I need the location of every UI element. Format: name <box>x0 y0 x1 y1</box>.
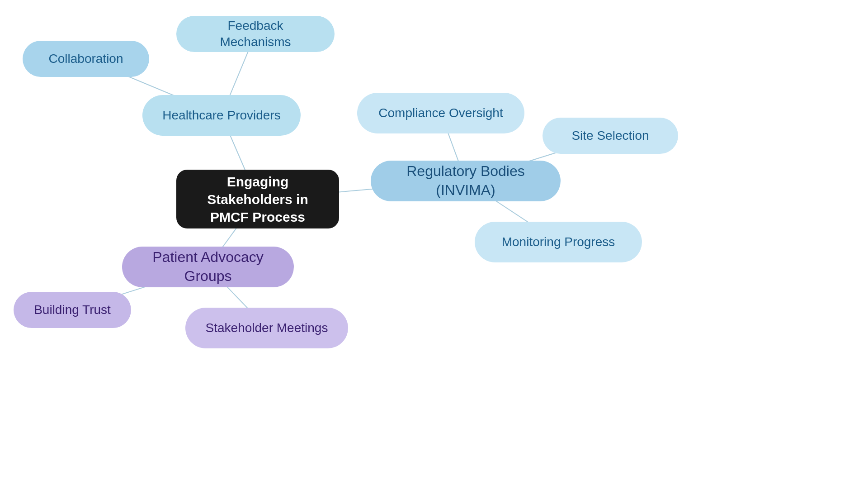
regulatory-bodies-label: Regulatory Bodies (INVIMA) <box>385 162 546 200</box>
site-selection-label: Site Selection <box>571 128 649 144</box>
center-node: Engaging Stakeholders in PMCF Process <box>176 170 339 228</box>
site-selection-node: Site Selection <box>542 118 678 154</box>
monitoring-progress-node: Monitoring Progress <box>475 222 642 262</box>
feedback-mechanisms-label: Feedback Mechanisms <box>191 18 320 51</box>
building-trust-node: Building Trust <box>14 292 131 328</box>
compliance-oversight-label: Compliance Oversight <box>378 105 503 121</box>
regulatory-bodies-node: Regulatory Bodies (INVIMA) <box>371 161 561 201</box>
patient-advocacy-label: Patient Advocacy Groups <box>137 248 279 285</box>
monitoring-progress-label: Monitoring Progress <box>502 234 615 250</box>
healthcare-providers-label: Healthcare Providers <box>162 107 280 124</box>
building-trust-label: Building Trust <box>34 302 111 318</box>
stakeholder-meetings-node: Stakeholder Meetings <box>185 308 348 348</box>
compliance-oversight-node: Compliance Oversight <box>357 93 524 133</box>
collaboration-node: Collaboration <box>23 41 149 77</box>
healthcare-providers-node: Healthcare Providers <box>142 95 301 136</box>
center-label: Engaging Stakeholders in PMCF Process <box>198 173 317 226</box>
stakeholder-meetings-label: Stakeholder Meetings <box>206 320 328 336</box>
feedback-mechanisms-node: Feedback Mechanisms <box>176 16 335 52</box>
patient-advocacy-node: Patient Advocacy Groups <box>122 247 294 287</box>
collaboration-label: Collaboration <box>49 51 123 67</box>
